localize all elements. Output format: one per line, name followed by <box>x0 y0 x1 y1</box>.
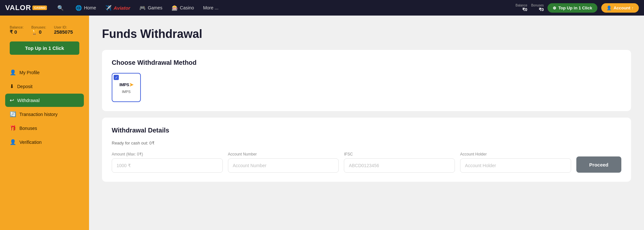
imps-arrow: ➤ <box>129 82 133 88</box>
account-holder-input[interactable] <box>460 158 571 173</box>
choose-method-title: Choose Withdrawal Method <box>112 59 621 66</box>
account-number-label: Account Number <box>228 152 339 156</box>
sidebar-nav: 👤 My Profile ⬇ Deposit ↩ Withdrawal 🔄 Tr… <box>5 66 84 149</box>
nav-right: Balance ₹0 Bonuses ₹0 ⊕ Top Up in 1 Clic… <box>515 3 639 13</box>
ifsc-label: IFSC <box>344 152 455 156</box>
imps-logo: IMPS➤ <box>119 82 133 88</box>
sidebar-item-my-profile[interactable]: 👤 My Profile <box>5 66 84 79</box>
top-up-icon: ⊕ <box>553 6 556 10</box>
casino-icon: 🎰 <box>172 5 178 11</box>
nav-links: 🌐 Home ✈️ Aviator 🎮 Games 🎰 Casino More … <box>72 3 508 13</box>
bonuses-value: 🏆 0 <box>31 29 46 35</box>
navbar: VALOR CASINO 🔍 🌐 Home ✈️ Aviator 🎮 Games… <box>0 0 644 16</box>
bonuses-label: Bonuses: <box>31 25 46 29</box>
content: Funds Withdrawal Choose Withdrawal Metho… <box>89 16 644 230</box>
bonuses-label: Bonuses <box>531 4 544 7</box>
logo[interactable]: VALOR CASINO <box>5 4 47 12</box>
nav-casino[interactable]: 🎰 Casino <box>168 3 198 13</box>
userid-label: User ID: <box>54 25 73 29</box>
bonuses-amount: ₹0 <box>539 7 544 12</box>
bonuses-icon: 🎁 <box>10 125 16 131</box>
account-button[interactable]: 👤 Account ↑ <box>601 3 639 13</box>
sidebar-item-deposit-label: Deposit <box>17 84 32 89</box>
top-up-button[interactable]: ⊕ Top Up in 1 Click <box>548 3 597 13</box>
sidebar-item-deposit[interactable]: ⬇ Deposit <box>5 80 84 93</box>
sidebar-balance-row: Balance: ₹ 0 Bonuses: 🏆 0 User ID: 25850… <box>10 25 79 35</box>
proceed-button[interactable]: Proceed <box>576 156 621 173</box>
proceed-label: Proceed <box>589 162 608 167</box>
ready-cash-text: Ready for cash out: 0₹ <box>112 141 621 145</box>
account-holder-label: Account Holder <box>460 152 571 156</box>
ifsc-group: IFSC <box>344 152 455 173</box>
sidebar-item-withdrawal[interactable]: ↩ Withdrawal <box>5 94 84 107</box>
sidebar-bonuses: Bonuses: 🏆 0 <box>31 25 46 35</box>
amount-label: Amount (Max: 0₹) <box>112 152 223 156</box>
nav-aviator-label: Aviator <box>114 5 130 11</box>
withdrawal-details-title: Withdrawal Details <box>112 127 621 134</box>
nav-games-label: Games <box>148 5 162 10</box>
sidebar-topup-button[interactable]: Top Up in 1 Click <box>10 41 79 55</box>
balance-amount: ₹0 <box>522 7 527 12</box>
sidebar: Balance: ₹ 0 Bonuses: 🏆 0 User ID: 25850… <box>0 16 89 230</box>
logo-text: VALOR <box>5 4 31 12</box>
history-icon: 🔄 <box>10 111 16 117</box>
sidebar-top-card: Balance: ₹ 0 Bonuses: 🏆 0 User ID: 25850… <box>5 22 84 60</box>
account-label: Account ↑ <box>614 6 634 10</box>
deposit-icon: ⬇ <box>10 83 14 89</box>
sidebar-item-withdrawal-label: Withdrawal <box>17 98 40 103</box>
choose-method-card: Choose Withdrawal Method ✓ IMPS➤ IMPS <box>102 50 631 111</box>
account-holder-group: Account Holder <box>460 152 571 173</box>
casino-badge: CASINO <box>32 6 47 10</box>
method-check-icon: ✓ <box>114 75 119 80</box>
ready-cash-value: 0₹ <box>149 141 154 145</box>
account-number-group: Account Number <box>228 152 339 173</box>
sidebar-item-transaction-history[interactable]: 🔄 Transaction history <box>5 108 84 121</box>
games-icon: 🎮 <box>139 5 146 11</box>
imps-method-option[interactable]: ✓ IMPS➤ IMPS <box>112 73 141 102</box>
nav-more-label: More ... <box>203 5 218 10</box>
sidebar-topup-label: Top Up in 1 Click <box>25 45 64 51</box>
main-layout: Balance: ₹ 0 Bonuses: 🏆 0 User ID: 25850… <box>0 16 644 230</box>
sidebar-item-verification-label: Verification <box>19 140 41 145</box>
nav-games[interactable]: 🎮 Games <box>135 3 166 13</box>
balance-label: Balance <box>515 4 527 7</box>
balance-value: ₹ 0 <box>10 29 24 35</box>
form-row: Amount (Max: 0₹) Account Number IFSC Acc… <box>112 152 621 173</box>
sidebar-balance: Balance: ₹ 0 <box>10 25 24 35</box>
balance-label: Balance: <box>10 25 24 29</box>
userid-value: 2585075 <box>54 29 73 35</box>
home-icon: 🌐 <box>75 5 82 11</box>
imps-text: IMPS <box>119 82 129 87</box>
sidebar-userid: User ID: 2585075 <box>54 25 73 35</box>
ready-cash-label: Ready for cash out: <box>112 141 148 145</box>
top-up-label: Top Up in 1 Click <box>558 6 592 10</box>
nav-home[interactable]: 🌐 Home <box>72 3 100 13</box>
amount-input[interactable] <box>112 158 223 173</box>
account-icon: 👤 <box>606 6 612 10</box>
search-icon[interactable]: 🔍 <box>57 5 64 11</box>
sidebar-item-verification[interactable]: 👤 Verification <box>5 135 84 149</box>
verification-icon: 👤 <box>10 139 16 145</box>
account-number-input[interactable] <box>228 158 339 173</box>
nav-casino-label: Casino <box>180 5 194 10</box>
nav-home-label: Home <box>84 5 96 10</box>
sidebar-item-transaction-history-label: Transaction history <box>19 112 58 117</box>
page-title: Funds Withdrawal <box>102 27 631 41</box>
sidebar-item-my-profile-label: My Profile <box>19 70 40 75</box>
withdrawal-details-card: Withdrawal Details Ready for cash out: 0… <box>102 118 631 182</box>
aviator-icon: ✈️ <box>105 5 112 11</box>
nav-aviator[interactable]: ✈️ Aviator <box>101 3 134 13</box>
amount-group: Amount (Max: 0₹) <box>112 152 223 173</box>
sidebar-item-bonuses-label: Bonuses <box>19 126 37 131</box>
sidebar-item-bonuses[interactable]: 🎁 Bonuses <box>5 121 84 135</box>
profile-icon: 👤 <box>10 69 16 75</box>
ifsc-input[interactable] <box>344 158 455 173</box>
imps-label: IMPS <box>122 90 131 94</box>
withdrawal-icon: ↩ <box>10 97 14 103</box>
balance-block: Balance ₹0 <box>515 4 527 12</box>
bonuses-block: Bonuses ₹0 <box>531 4 544 12</box>
nav-more[interactable]: More ... <box>199 3 222 12</box>
